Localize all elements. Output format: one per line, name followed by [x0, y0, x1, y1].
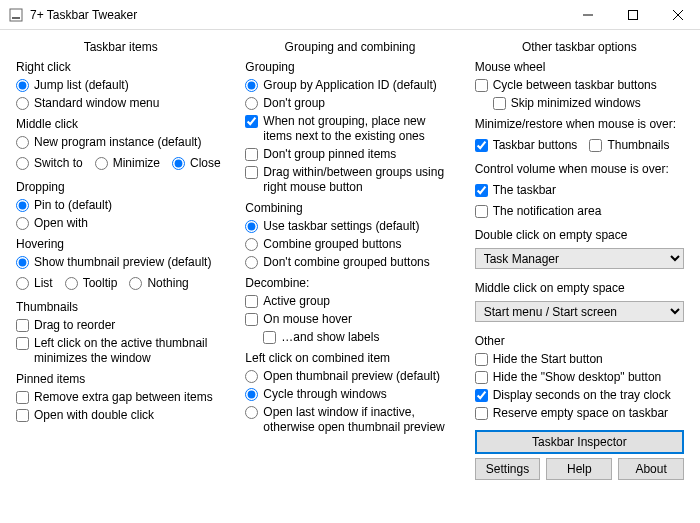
midclick-title: Middle click on empty space: [475, 281, 684, 295]
col3-header: Other taskbar options: [475, 40, 684, 54]
radio-use-tb[interactable]: [245, 220, 258, 233]
radio-list[interactable]: [16, 277, 29, 290]
settings-button[interactable]: Settings: [475, 458, 541, 480]
label-new-instance: New program instance (default): [34, 135, 201, 150]
svg-rect-0: [10, 9, 22, 21]
check-drag-reorder[interactable]: [16, 319, 29, 332]
check-thumbnails[interactable]: [589, 139, 602, 152]
check-leftclick-thumb[interactable]: [16, 337, 29, 350]
check-hide-start[interactable]: [475, 353, 488, 366]
label-drag-groups: Drag within/between groups using right m…: [263, 165, 454, 195]
col1-header: Taskbar items: [16, 40, 225, 54]
label-jump-list: Jump list (default): [34, 78, 129, 93]
label-open-with: Open with: [34, 216, 88, 231]
check-skip-min[interactable]: [493, 97, 506, 110]
radio-pin-to[interactable]: [16, 199, 29, 212]
label-nopinned: Don't group pinned items: [263, 147, 396, 162]
midclick-select[interactable]: Start menu / Start screen: [475, 301, 684, 322]
label-last-window: Open last window if inactive, otherwise …: [263, 405, 454, 435]
label-open-dbl: Open with double click: [34, 408, 154, 423]
other-title: Other: [475, 334, 684, 348]
dropping-title: Dropping: [16, 180, 225, 194]
label-skip-min: Skip minimized windows: [511, 96, 641, 111]
radio-cycle[interactable]: [245, 388, 258, 401]
label-notif-vol: The notification area: [493, 204, 602, 219]
label-hide-desktop: Hide the "Show desktop" button: [493, 370, 662, 385]
radio-std-menu[interactable]: [16, 97, 29, 110]
minrestore-title: Minimize/restore when mouse is over:: [475, 117, 684, 131]
radio-switch-to[interactable]: [16, 157, 29, 170]
minimize-button[interactable]: [565, 0, 610, 29]
check-notif-vol[interactable]: [475, 205, 488, 218]
radio-nothing[interactable]: [129, 277, 142, 290]
label-group-appid: Group by Application ID (default): [263, 78, 436, 93]
check-tb-buttons[interactable]: [475, 139, 488, 152]
help-button[interactable]: Help: [546, 458, 612, 480]
check-nextto[interactable]: [245, 115, 258, 128]
radio-last-window[interactable]: [245, 406, 258, 419]
thumbnails-title: Thumbnails: [16, 300, 225, 314]
radio-open-with[interactable]: [16, 217, 29, 230]
label-taskbar-vol: The taskbar: [493, 183, 556, 198]
label-dont-group: Don't group: [263, 96, 325, 111]
label-combine: Combine grouped buttons: [263, 237, 401, 252]
check-drag-groups[interactable]: [245, 166, 258, 179]
check-show-labels[interactable]: [263, 331, 276, 344]
titlebar: 7+ Taskbar Tweaker: [0, 0, 700, 30]
radio-minimize[interactable]: [95, 157, 108, 170]
right-click-title: Right click: [16, 60, 225, 74]
maximize-button[interactable]: [610, 0, 655, 29]
label-std-menu: Standard window menu: [34, 96, 159, 111]
label-thumb-preview: Show thumbnail preview (default): [34, 255, 211, 270]
label-seconds: Display seconds on the tray clock: [493, 388, 671, 403]
about-button[interactable]: About: [618, 458, 684, 480]
radio-jump-list[interactable]: [16, 79, 29, 92]
check-hide-desktop[interactable]: [475, 371, 488, 384]
label-close: Close: [190, 156, 221, 171]
label-open-thumb: Open thumbnail preview (default): [263, 369, 440, 384]
dblclick-select[interactable]: Task Manager: [475, 248, 684, 269]
label-reserve: Reserve empty space on taskbar: [493, 406, 668, 421]
svg-rect-3: [628, 10, 637, 19]
radio-tooltip[interactable]: [65, 277, 78, 290]
column-other: Other taskbar options Mouse wheel Cycle …: [469, 36, 690, 484]
radio-group-appid[interactable]: [245, 79, 258, 92]
radio-new-instance[interactable]: [16, 136, 29, 149]
leftclick-combined-title: Left click on combined item: [245, 351, 454, 365]
label-hide-start: Hide the Start button: [493, 352, 603, 367]
check-open-dbl[interactable]: [16, 409, 29, 422]
check-active-group[interactable]: [245, 295, 258, 308]
check-remove-gap[interactable]: [16, 391, 29, 404]
label-show-labels: …and show labels: [281, 330, 379, 345]
check-seconds[interactable]: [475, 389, 488, 402]
radio-dont-group[interactable]: [245, 97, 258, 110]
label-remove-gap: Remove extra gap between items: [34, 390, 213, 405]
label-nothing: Nothing: [147, 276, 188, 291]
radio-combine[interactable]: [245, 238, 258, 251]
window-title: 7+ Taskbar Tweaker: [30, 8, 565, 22]
taskbar-inspector-button[interactable]: Taskbar Inspector: [475, 430, 684, 454]
label-mouse-hover: On mouse hover: [263, 312, 352, 327]
check-nopinned[interactable]: [245, 148, 258, 161]
check-mouse-hover[interactable]: [245, 313, 258, 326]
label-active-group: Active group: [263, 294, 330, 309]
label-drag-reorder: Drag to reorder: [34, 318, 115, 333]
volume-title: Control volume when mouse is over:: [475, 162, 684, 176]
label-tb-buttons: Taskbar buttons: [493, 138, 578, 153]
label-use-tb: Use taskbar settings (default): [263, 219, 419, 234]
radio-thumb-preview[interactable]: [16, 256, 29, 269]
column-taskbar-items: Taskbar items Right click Jump list (def…: [10, 36, 231, 484]
label-thumbnails: Thumbnails: [607, 138, 669, 153]
label-dont-combine: Don't combine grouped buttons: [263, 255, 429, 270]
check-taskbar-vol[interactable]: [475, 184, 488, 197]
label-list: List: [34, 276, 53, 291]
column-grouping: Grouping and combining Grouping Group by…: [239, 36, 460, 484]
check-reserve[interactable]: [475, 407, 488, 420]
radio-close[interactable]: [172, 157, 185, 170]
main-content: Taskbar items Right click Jump list (def…: [0, 30, 700, 494]
radio-dont-combine[interactable]: [245, 256, 258, 269]
mouse-wheel-title: Mouse wheel: [475, 60, 684, 74]
check-cycle-buttons[interactable]: [475, 79, 488, 92]
radio-open-thumb[interactable]: [245, 370, 258, 383]
close-button[interactable]: [655, 0, 700, 29]
